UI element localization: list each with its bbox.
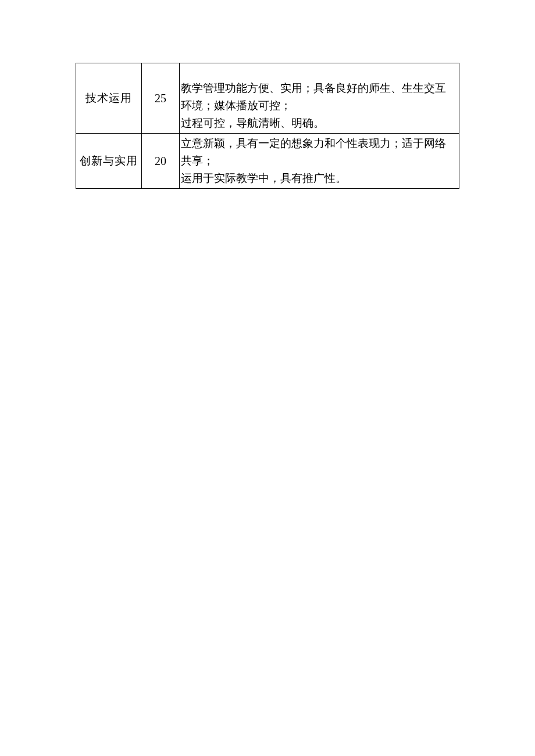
table-row: 技术运用 25 教学管理功能方便、实用；具备良好的师生、生生交互环境；媒体播放可…: [76, 63, 459, 134]
description-text: 教学管理功能方便、实用；具备良好的师生、生生交互环境；媒体播放可控；过程可控，导…: [181, 80, 456, 132]
score-cell: 20: [142, 134, 180, 189]
description-text: 立意新颖，具有一定的想象力和个性表现力；适于网络共享；运用于实际教学中，具有推广…: [181, 135, 456, 187]
description-cell: 教学管理功能方便、实用；具备良好的师生、生生交互环境；媒体播放可控；过程可控，导…: [180, 63, 459, 134]
table-row: 创新与实用 20 立意新颖，具有一定的想象力和个性表现力；适于网络共享；运用于实…: [76, 134, 459, 189]
category-cell: 创新与实用: [76, 134, 142, 189]
criteria-table: 技术运用 25 教学管理功能方便、实用；具备良好的师生、生生交互环境；媒体播放可…: [76, 63, 459, 189]
score-cell: 25: [142, 63, 180, 134]
category-cell: 技术运用: [76, 63, 142, 134]
description-cell: 立意新颖，具有一定的想象力和个性表现力；适于网络共享；运用于实际教学中，具有推广…: [180, 134, 459, 189]
